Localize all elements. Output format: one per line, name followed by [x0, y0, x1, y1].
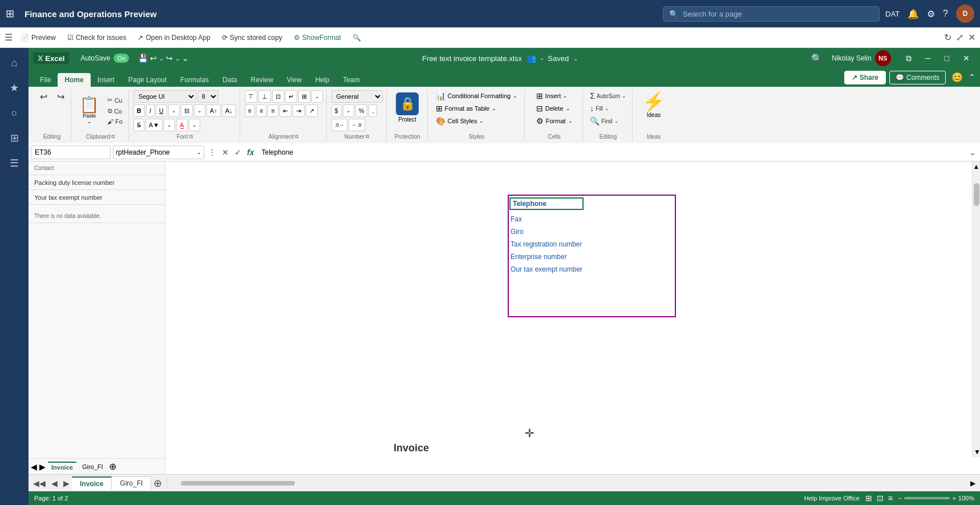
- more-icon[interactable]: ⌄: [182, 54, 189, 63]
- autosave-toggle[interactable]: On: [114, 54, 129, 63]
- strikethrough-button[interactable]: S̶: [133, 119, 144, 131]
- fx-label[interactable]: fx: [245, 148, 256, 157]
- currency-dropdown[interactable]: ⌄: [343, 104, 354, 117]
- font-name-select[interactable]: Segoe UI: [133, 90, 196, 103]
- sum-dropdown[interactable]: ⌄: [622, 93, 626, 99]
- increase-font-button[interactable]: A↑: [206, 104, 221, 117]
- settings-icon[interactable]: ⚙: [927, 9, 935, 19]
- collapse-ribbon-icon[interactable]: ⌃: [969, 72, 975, 82]
- redo-icon[interactable]: ↪: [166, 54, 173, 63]
- merge-dropdown[interactable]: ⌄: [311, 90, 323, 103]
- cut-button[interactable]: ✂ Cu: [105, 95, 125, 105]
- save-quick-icon[interactable]: 💾: [138, 54, 148, 63]
- tab-home[interactable]: Home: [58, 73, 90, 87]
- undo-dropdown-icon[interactable]: ⌄: [159, 55, 164, 62]
- cs-dropdown[interactable]: ⌄: [479, 118, 484, 124]
- giro-cell[interactable]: Giro: [509, 225, 584, 238]
- fill-color-button[interactable]: A▼: [145, 119, 163, 131]
- format-as-table-button[interactable]: ⊞ Format as Table ⌄: [432, 103, 500, 114]
- cf-dropdown[interactable]: ⌄: [513, 93, 517, 99]
- paste-button[interactable]: 📋 Paste ⌄: [76, 96, 103, 126]
- open-desktop-button[interactable]: ↗ Open in Desktop App: [134, 32, 213, 43]
- format-dropdown[interactable]: ⌄: [568, 118, 573, 124]
- font-color-button[interactable]: A̲: [176, 119, 188, 131]
- align-right-button[interactable]: ≡: [268, 104, 278, 117]
- sidebar-icon-grid[interactable]: ⊞: [4, 128, 25, 148]
- search-box[interactable]: 🔍: [663, 6, 880, 22]
- saved-dropdown-icon[interactable]: ⌄: [573, 55, 578, 62]
- check-issues-button[interactable]: ☑ Check for issues: [64, 32, 130, 43]
- v-scrollbar[interactable]: ▲ ▼: [972, 161, 980, 457]
- h-scroll-right[interactable]: ▶: [968, 479, 978, 487]
- waffle-icon[interactable]: ⊞: [6, 7, 14, 20]
- copy-button[interactable]: ⧉ Co: [105, 106, 125, 116]
- minimize-icon[interactable]: ─: [920, 51, 937, 65]
- add-sheet-button[interactable]: ⊕: [151, 476, 164, 491]
- redo-button[interactable]: ↪: [52, 90, 68, 103]
- name-box[interactable]: [31, 146, 111, 159]
- font-color-dropdown[interactable]: ⌄: [189, 119, 200, 131]
- percent-button[interactable]: %: [355, 104, 368, 117]
- bold-button[interactable]: B: [133, 104, 145, 117]
- cell-styles-button[interactable]: 🎨 Cell Styles ⌄: [432, 115, 488, 127]
- fill-dropdown[interactable]: ⌄: [605, 106, 609, 111]
- tab-data[interactable]: Data: [216, 73, 244, 87]
- zoom-in-button[interactable]: +: [952, 495, 955, 502]
- ideas-button[interactable]: ⚡ Ideas: [638, 90, 670, 120]
- tab-insert[interactable]: Insert: [91, 73, 122, 87]
- enterprise-cell[interactable]: Enterprise number: [509, 251, 584, 263]
- underline-dropdown[interactable]: ⌄: [168, 104, 180, 117]
- italic-button[interactable]: I: [146, 104, 155, 117]
- format-cell-button[interactable]: ⚙ Format ⌄: [533, 115, 576, 127]
- close-excel-icon[interactable]: ✕: [957, 51, 975, 65]
- font-size-select[interactable]: 8: [198, 90, 218, 103]
- h-scrollbar[interactable]: [169, 479, 968, 487]
- close-icon[interactable]: ✕: [968, 32, 975, 43]
- sidebar-icon-list[interactable]: ☰: [4, 153, 25, 173]
- number-expand-icon[interactable]: ⧉: [366, 134, 369, 140]
- normal-view-button[interactable]: ⊞: [864, 494, 873, 503]
- title-search[interactable]: 🔍: [811, 53, 823, 64]
- increase-decimal-button[interactable]: .0→: [331, 119, 348, 131]
- border-button[interactable]: ⊟: [181, 104, 193, 117]
- align-left-button[interactable]: ≡: [245, 104, 255, 117]
- page-break-view-button[interactable]: ≡: [887, 494, 894, 503]
- insert-cell-button[interactable]: ⊞ Insert ⌄: [533, 90, 572, 102]
- help-icon[interactable]: ?: [943, 9, 948, 19]
- decrease-decimal-button[interactable]: ←.0: [349, 119, 365, 131]
- show-format-button[interactable]: ⚙ ShowFormat: [290, 32, 345, 43]
- find-button[interactable]: 🔍 Find ⌄: [588, 115, 621, 127]
- refresh-icon[interactable]: ↻: [944, 32, 951, 43]
- invoice-tab[interactable]: Invoice: [72, 476, 112, 490]
- fax-cell[interactable]: Fax: [509, 213, 584, 225]
- underline-button[interactable]: U: [156, 104, 167, 117]
- fill-dropdown[interactable]: ⌄: [164, 119, 175, 131]
- clipboard-expand-icon[interactable]: ⧉: [111, 134, 115, 140]
- tab-page-layout[interactable]: Page Layout: [122, 73, 173, 87]
- emoji-icon[interactable]: 😊: [949, 72, 965, 83]
- tax-reg-cell[interactable]: Tax registration number: [509, 238, 584, 251]
- tab-review[interactable]: Review: [244, 73, 280, 87]
- fb-more-icon[interactable]: ⋮: [206, 148, 218, 157]
- telephone-cell[interactable]: Telephone: [509, 197, 584, 210]
- redo-dropdown-icon[interactable]: ⌄: [175, 55, 180, 62]
- paste-dropdown[interactable]: ⌄: [87, 119, 92, 124]
- tab-team[interactable]: Team: [336, 73, 366, 87]
- currency-button[interactable]: $: [331, 104, 342, 117]
- orientation-button[interactable]: ↗: [306, 104, 318, 117]
- sum-button[interactable]: Σ AutoSum ⌄: [588, 90, 629, 102]
- h-scroll-thumb[interactable]: [181, 481, 295, 486]
- zoom-out-button[interactable]: −: [898, 495, 902, 502]
- name-dropdown-icon[interactable]: ⌄: [197, 150, 201, 155]
- search-input[interactable]: [683, 10, 862, 18]
- formula-cancel-icon[interactable]: ✕: [220, 148, 230, 157]
- border-dropdown[interactable]: ⌄: [194, 104, 205, 117]
- merge-button[interactable]: ⊞: [298, 90, 310, 103]
- fill-button[interactable]: ↓ Fill ⌄: [588, 103, 612, 114]
- tab-file[interactable]: File: [33, 73, 58, 87]
- nav-next-icon[interactable]: ▶: [39, 462, 46, 471]
- undo-icon[interactable]: ↩: [150, 54, 157, 63]
- delete-dropdown[interactable]: ⌄: [566, 106, 570, 111]
- sheet-nav-prev[interactable]: ◀: [49, 478, 60, 489]
- sheet-nav-next[interactable]: ▶: [61, 478, 72, 489]
